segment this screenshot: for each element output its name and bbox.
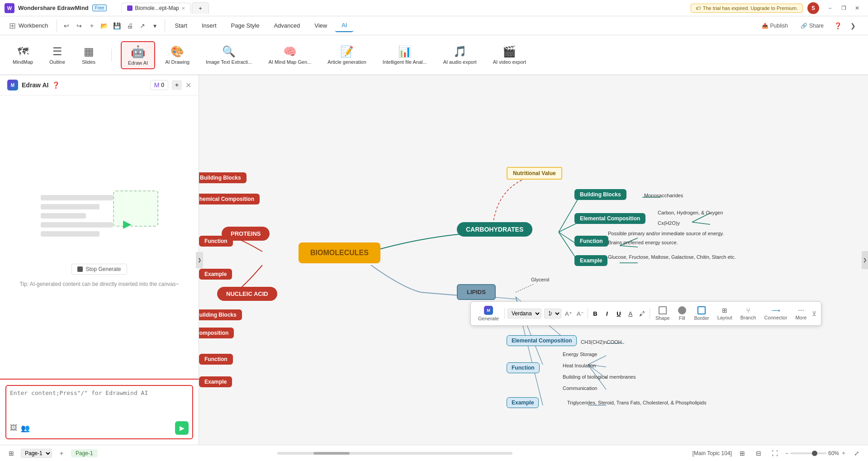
- columns-icon[interactable]: ⊟: [753, 447, 764, 459]
- ribbon-edraw-ai[interactable]: 🤖 Edraw AI: [121, 41, 155, 69]
- border-button[interactable]: Border: [692, 305, 712, 322]
- nucleic-function-label: Function: [204, 356, 228, 362]
- font-increase-icon[interactable]: A⁺: [564, 309, 573, 318]
- node-nucleic-example[interactable]: Example: [199, 376, 232, 387]
- font-color-icon[interactable]: A: [626, 309, 635, 318]
- print-icon[interactable]: 🖨: [124, 20, 136, 32]
- status-grid-icon[interactable]: ⊞: [5, 447, 17, 459]
- lipids-elemental-comp[interactable]: Elemental Composition: [507, 335, 577, 346]
- undo-icon[interactable]: ↩: [61, 20, 72, 32]
- tab-new[interactable]: ＋: [192, 2, 209, 14]
- ribbon-mindmap[interactable]: 🗺 MindMap: [6, 43, 39, 67]
- close-panel-button[interactable]: ✕: [185, 81, 191, 90]
- open-icon[interactable]: 📂: [99, 20, 110, 32]
- fill-button[interactable]: Fill: [675, 305, 689, 322]
- node-proteins-example[interactable]: Example: [199, 269, 232, 280]
- shape-button[interactable]: Shape: [653, 305, 673, 322]
- tab-close-icon[interactable]: ✕: [181, 6, 185, 11]
- trial-banner[interactable]: 🏷 The trial has expired. Upgrade to Prem…: [691, 4, 803, 13]
- restore-button[interactable]: ❐: [837, 3, 850, 13]
- main-area: M Edraw AI ❓ M 0 ＋ ✕: [0, 75, 868, 445]
- ai-input-field[interactable]: [10, 390, 189, 417]
- node-nutritional-value[interactable]: Nutritional Value: [507, 167, 562, 180]
- italic-button[interactable]: I: [602, 309, 612, 318]
- horizontal-scrollbar[interactable]: [277, 452, 512, 455]
- zoom-minus-icon[interactable]: −: [785, 450, 788, 456]
- node-carbohydrates[interactable]: CARBOHYDRATES: [457, 222, 532, 237]
- node-biomolecules[interactable]: BIOMOLECULES: [299, 242, 380, 263]
- node-proteins-chemical[interactable]: Chemical Composition: [199, 194, 260, 204]
- ribbon-intelligent-file[interactable]: 📊 Intelligent file Anal...: [376, 43, 433, 67]
- send-button[interactable]: ▶: [175, 421, 189, 435]
- ribbon-ai-drawing[interactable]: 🎨 AI Drawing: [159, 43, 196, 67]
- canvas-collapse-right[interactable]: ❯: [862, 251, 868, 269]
- ribbon-ai-mindmap[interactable]: 🧠 AI Mind Map Gen...: [262, 43, 318, 67]
- ribbon-article-gen[interactable]: 📝 Article generation: [321, 43, 373, 67]
- node-nucleic-building[interactable]: Building Blocks: [199, 309, 242, 320]
- ribbon-ai-video[interactable]: 🎬 AI video export: [487, 43, 532, 67]
- minimize-button[interactable]: −: [824, 3, 836, 13]
- people-icon[interactable]: 👥: [21, 424, 30, 432]
- font-selector[interactable]: Verdana: [508, 309, 541, 318]
- node-nucleic-comp[interactable]: Composition: [199, 328, 234, 338]
- page-selector[interactable]: Page-1: [21, 449, 52, 458]
- close-button[interactable]: ✕: [851, 3, 863, 13]
- export-icon[interactable]: ↗: [137, 20, 148, 32]
- collapse-panel-arrow[interactable]: ❯: [196, 252, 203, 268]
- add-page-icon[interactable]: ＋: [56, 447, 67, 459]
- carbo-elemental-comp[interactable]: Elemental Composition: [574, 213, 645, 224]
- ribbon-outline[interactable]: ☰ Outline: [43, 43, 71, 67]
- fit-to-screen-icon[interactable]: ⤢: [851, 447, 863, 459]
- redo-icon[interactable]: ↪: [73, 20, 85, 32]
- layout-button[interactable]: ⊞ Layout: [715, 305, 735, 322]
- carbo-building-blocks[interactable]: Building Blocks: [574, 189, 626, 200]
- fit-icon[interactable]: ⊞: [736, 447, 748, 459]
- more-icon[interactable]: ▾: [149, 20, 161, 32]
- bold-button[interactable]: B: [591, 309, 600, 318]
- credit-icon: M: [154, 81, 160, 89]
- underline-button[interactable]: U: [614, 309, 623, 318]
- ribbon-ai-audio[interactable]: 🎵 AI audio export: [437, 43, 483, 67]
- ribbon-image-text[interactable]: 🔍 Image Text Extracti...: [199, 43, 259, 67]
- highlight-icon[interactable]: 🖍: [638, 309, 647, 318]
- expand-icon[interactable]: ⊻: [812, 310, 816, 317]
- stop-generate-button[interactable]: Stop Generate: [71, 264, 127, 275]
- menu-start[interactable]: Start: [169, 19, 194, 32]
- image-upload-icon[interactable]: 🖼: [10, 424, 17, 432]
- connector-button[interactable]: ⟶ Connector: [762, 305, 790, 322]
- node-proteins-building-blocks[interactable]: Building Blocks: [199, 172, 247, 183]
- size-selector[interactable]: 16: [544, 309, 561, 318]
- more-button[interactable]: ⋯ More: [792, 305, 809, 322]
- collapse-right-icon[interactable]: ❯: [847, 20, 859, 32]
- node-nucleic[interactable]: NUCLEIC ACID: [217, 287, 277, 301]
- help-icon[interactable]: ❓: [832, 20, 844, 32]
- lipids-function[interactable]: Function: [507, 362, 540, 373]
- new-icon[interactable]: ＋: [86, 20, 98, 32]
- fullscreen-icon[interactable]: ⛶: [769, 447, 781, 459]
- tab-active[interactable]: Biomole...ept-Map ✕: [121, 3, 190, 13]
- generate-button[interactable]: M Generate: [475, 304, 502, 323]
- user-avatar[interactable]: S: [807, 2, 819, 14]
- zoom-plus-icon[interactable]: ＋: [841, 449, 846, 457]
- node-lipids[interactable]: LIPIDS: [457, 284, 496, 300]
- share-button[interactable]: 🔗 Share: [796, 21, 828, 31]
- lipids-example[interactable]: Example: [507, 397, 539, 408]
- font-decrease-icon[interactable]: A⁻: [576, 309, 585, 318]
- menu-insert[interactable]: Insert: [195, 19, 223, 32]
- help-circle-icon[interactable]: ❓: [52, 81, 60, 89]
- publish-button[interactable]: 📤 Publish: [757, 21, 792, 31]
- node-nucleic-function[interactable]: Function: [199, 354, 233, 365]
- add-credits-button[interactable]: ＋: [172, 80, 182, 90]
- canvas[interactable]: BIOMOLECULES PROTEINS NUCLEIC ACID Build…: [199, 75, 868, 445]
- branch-button[interactable]: ⑂ Branch: [738, 305, 759, 322]
- zoom-slider[interactable]: [790, 452, 826, 454]
- save-icon[interactable]: 💾: [111, 20, 123, 32]
- edraw-ai-label: Edraw AI: [128, 60, 148, 66]
- node-proteins-function[interactable]: Function: [199, 236, 233, 247]
- menu-pagestyle[interactable]: Page Style: [225, 19, 266, 32]
- menu-ai[interactable]: AI: [335, 19, 353, 32]
- current-page-label: Page-1: [76, 450, 93, 456]
- menu-view[interactable]: View: [308, 19, 333, 32]
- menu-advanced[interactable]: Advanced: [267, 19, 306, 32]
- ribbon-slides[interactable]: ▦ Slides: [75, 43, 102, 67]
